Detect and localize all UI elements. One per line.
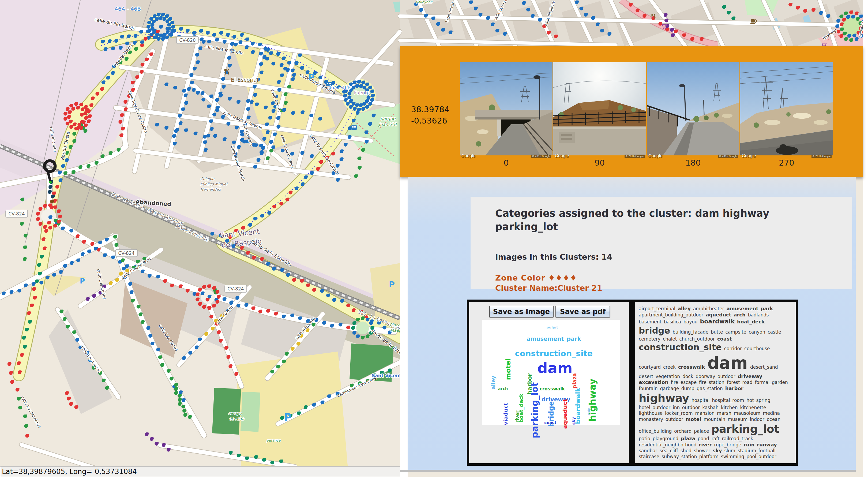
category-word-hospital: hospital [691,398,709,403]
cloud-word-river: river [515,411,520,422]
category-word-kitchenette: kitchenette [740,405,766,411]
cloud-word-viaduct: viaduct [502,403,509,425]
cluster-categories-title: Categories assigned to the cluster: dam … [495,207,811,234]
svg-text:CV-820: CV-820 [179,37,195,43]
category-word-hotel_outdoor: hotel_outdoor [639,405,670,411]
category-word-lighthouse: lighthouse [639,411,662,416]
streetview-angle-label: 270 [740,158,833,168]
category-word-excavation: excavation [639,379,668,386]
category-word-forest_road: forest_road [727,380,752,385]
category-word-formal_garden: formal_garden [755,380,788,385]
streetview-coordinates: 38.39784 -0.53626 [411,104,459,126]
cloud-word-amusement_park: amusement_park [527,336,581,342]
category-word-airport_terminal: airport_terminal [639,306,676,311]
svg-text:CV-824: CV-824 [227,286,244,292]
longitude-value: -0.53626 [411,115,459,126]
cloud-word-alley: alley [490,376,496,389]
category-word-residential_neighborhood: residential_neighborhood [639,442,696,448]
category-word-apartment_building_outdoor: apartment_building_outdoor [639,312,703,318]
category-word-inn_outdoor: inn_outdoor [673,405,700,411]
category-word-ocean: ocean [767,417,780,422]
category-word-desert_sand: desert_sand [750,364,778,370]
category-word-orchard: orchard [674,428,691,434]
category-word-patio: patio [639,436,650,442]
category-word-construction_site: construction_site [639,342,722,353]
cloud-word-pulpit: pulpit [547,325,558,329]
category-word-arch: arch [734,312,746,318]
google-watermark: Google [461,153,476,158]
svg-text:Público Miguel: Público Miguel [200,182,228,186]
category-word-swimming_pool_outdoor: swimming_pool_outdoor [721,454,776,459]
category-word-courtyard: courtyard [639,364,661,370]
category-word-hospital_room: hospital_room [712,398,744,403]
category-word-office_building: office_building [639,428,672,434]
cloud-word-crosswalk: crosswalk [540,386,565,391]
category-word-locker_room: locker_room [665,411,693,416]
google-copyright: © 2016 Google [531,155,551,158]
category-word-castle: castle [768,329,781,335]
category-word-motel: motel [686,416,701,422]
zone-color-line: Zone Color ♦♦♦♦ [495,273,577,282]
category-word-shower: shower [694,448,710,454]
streetview-figure-0: Google © 2016 Google 0 [460,62,553,168]
wordcloud-panel: Save as Image Save as pdf pulpitamusemen… [467,300,798,466]
category-word-boat_deck: boat_deck [737,319,765,325]
streetview-figure-90: Google © 2016 Google 90 [553,62,646,168]
category-word-sea_cliff: sea_cliff [660,448,678,454]
category-word-basement: basement [639,319,661,325]
wordcloud-canvas: pulpitamusement_parkconstruction_sitemot… [482,320,620,425]
streetview-angle-label: 0 [460,158,553,168]
category-word-stadium_football: stadium_football [738,448,775,454]
category-word-boardwalk: boardwalk [700,318,735,325]
category-word-runway: runway [757,442,777,448]
cluster-image-count: Images in this Clusters: 14 [495,252,612,262]
streetview-figure-270: Google © 2016 Google 270 [740,62,833,168]
category-word-desert_vegetation: desert_vegetation [639,374,680,379]
category-word-harbor: harbor [725,386,743,392]
category-word-basilica: basilica [664,319,681,325]
category-word-butte: butte [711,329,723,335]
category-word-river: river [699,442,712,448]
category-word-subway_station_platform: subway_station_platform [661,454,718,459]
category-word-crosswalk: crosswalk [678,364,705,370]
category-word-staircase: staircase [639,454,659,459]
category-word-parking_lot: parking_lot [711,422,779,436]
category-word-kitchen: kitchen [721,405,738,411]
category-word-dam: dam [707,353,748,374]
streetview-angle-label: 90 [553,158,646,168]
category-word-badlands: badlands [748,312,769,318]
category-word-palace: palace [694,428,709,434]
category-word-marsh: marsh [717,411,732,416]
cloud-word-motel: motel [504,359,512,380]
google-watermark: Google [742,153,756,158]
category-word-rope_bridge: rope_bridge [714,442,741,448]
svg-text:Juan XXI: Juan XXI [378,122,397,127]
category-word-amusement_park: amusement_park [726,306,773,312]
category-word-coast: coast [717,336,732,342]
google-copyright: © 2016 Google [625,155,645,158]
svg-text:CV-824: CV-824 [118,250,134,256]
save-as-pdf-button[interactable]: Save as pdf [555,306,610,318]
cloud-word-aqueduct: aqueduct [562,399,568,429]
category-word-chalet: chalet [663,336,677,342]
category-word-campsite: campsite [725,329,746,335]
category-word-mountain: mountain [704,417,725,422]
svg-text:petanca: petanca [267,438,281,442]
svg-text:Colegio: Colegio [200,177,215,181]
category-word-garbage_dump: garbage_dump [660,386,694,391]
cloud-word-highway: highway [587,379,598,421]
svg-text:Fuente: Fuente [354,90,370,95]
category-word-fountain: fountain [639,386,658,391]
category-weight-list: airport_terminalalleyamphitheateramuseme… [639,306,792,459]
category-word-cemetery: cemetery [639,336,660,342]
streetview-angle-label: 180 [647,158,739,168]
google-watermark: Google [555,153,569,158]
category-word-highway: highway [639,391,689,405]
svg-text:parque: parque [380,116,396,121]
svg-text:46A - 46B: 46A - 46B [328,85,351,90]
save-as-image-button[interactable]: Save as Image [489,306,554,318]
cluster-info-card: Categories assigned to the cluster: dam … [470,197,852,289]
category-word-hot_spring: hot_spring [746,398,770,403]
svg-text:campo: campo [228,411,242,416]
category-word-plaza: plaza [681,436,695,442]
